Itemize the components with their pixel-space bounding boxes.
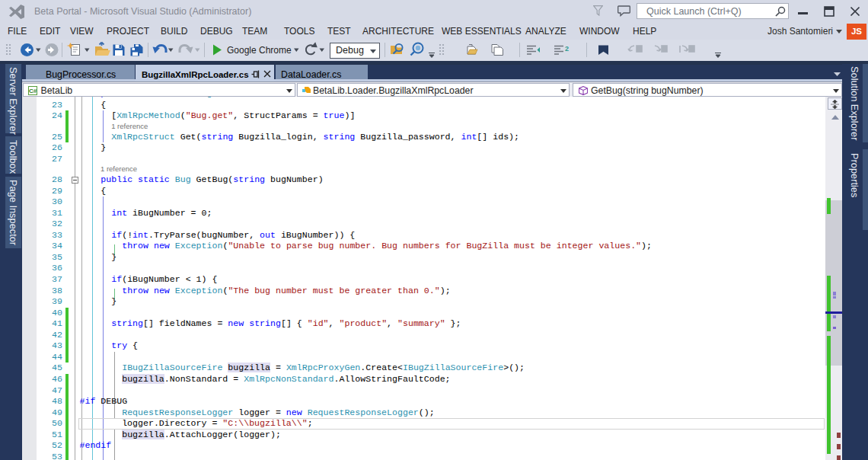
svg-text:2: 2 [565,45,569,53]
svg-text:C#: C# [28,88,37,94]
